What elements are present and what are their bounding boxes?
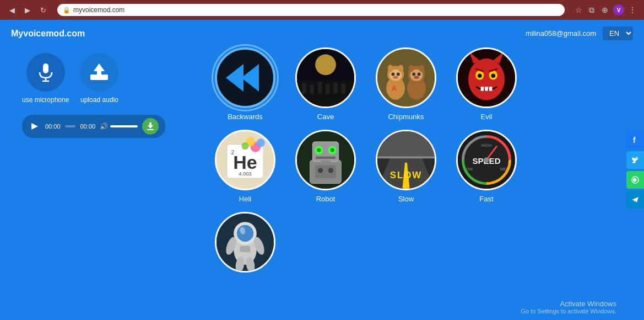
top-bar: Myvoicemod.com milina058@gmail.com EN ES… (0, 20, 644, 47)
svg-point-26 (398, 65, 403, 72)
voice-label-cave: Cave (317, 113, 334, 121)
svg-point-57 (241, 142, 248, 150)
voice-circle-astronaut (215, 212, 275, 273)
svg-point-32 (418, 73, 421, 76)
mic-upload-row: use microphone upload audio (22, 53, 176, 104)
svg-point-43 (491, 73, 496, 78)
voice-item-robot[interactable]: Robot (290, 130, 361, 203)
svg-point-31 (412, 73, 415, 76)
svg-marker-8 (241, 64, 259, 92)
facebook-button[interactable]: f (626, 131, 644, 149)
voice-item-slow[interactable]: SLOW Slow (370, 130, 442, 203)
twitter-icon (631, 156, 640, 164)
ext-icon[interactable]: V (613, 4, 624, 15)
voice-row-1: Backwards (209, 47, 611, 121)
svg-rect-3 (90, 74, 108, 80)
mic-icon (36, 62, 56, 82)
svg-rect-16 (333, 83, 338, 94)
url-bar[interactable]: 🔒 myvoicemod.com (57, 4, 565, 16)
svg-rect-14 (318, 82, 322, 94)
astronaut-icon (217, 212, 274, 273)
upload-audio-button[interactable]: upload audio (80, 53, 118, 104)
twitter-button[interactable] (626, 151, 644, 169)
svg-point-64 (331, 148, 335, 152)
voice-circle-chipmunks: A (376, 47, 436, 108)
browser-chrome: ◀ ▶ ↻ 🔒 myvoicemod.com ☆ ⧉ ⊕ V ⋮ (0, 0, 644, 20)
volume-slider[interactable] (110, 125, 138, 127)
use-microphone-button[interactable]: use microphone (22, 53, 69, 104)
mic-label: use microphone (22, 96, 69, 104)
voice-row-3 (209, 212, 611, 277)
voice-item-backwards[interactable]: Backwards (209, 47, 281, 121)
svg-rect-0 (43, 63, 48, 73)
voice-item-evil[interactable]: Evil (451, 47, 522, 121)
volume-icon: 🔊 (100, 122, 108, 130)
progress-bar[interactable] (65, 125, 76, 127)
volume-wrap: 🔊 (100, 122, 138, 130)
svg-point-42 (478, 73, 482, 78)
svg-point-67 (318, 168, 323, 173)
voice-grid: Backwards (209, 47, 611, 277)
play-triangle-icon (31, 123, 38, 130)
svg-rect-73 (377, 131, 435, 157)
svg-rect-93 (240, 246, 251, 252)
heli-icon: 2 He 4.003 (217, 130, 274, 190)
slow-icon: SLOW (377, 130, 435, 190)
voice-item-heli[interactable]: 2 He 4.003 Heli (209, 130, 281, 203)
voice-circle-cave (295, 47, 356, 108)
svg-marker-5 (148, 122, 153, 129)
svg-rect-17 (341, 83, 345, 94)
svg-point-83 (484, 157, 489, 162)
telegram-button[interactable] (626, 191, 644, 209)
time-start: 00:00 (45, 123, 61, 130)
svg-point-34 (409, 65, 414, 72)
download-button[interactable] (142, 118, 159, 135)
play-button[interactable] (29, 120, 41, 132)
voice-item-astronaut[interactable] (209, 212, 281, 277)
voice-item-cave[interactable]: Cave (290, 47, 361, 121)
voice-circle-robot (295, 130, 356, 190)
mic-circle (26, 53, 65, 92)
backwards-icon (220, 53, 270, 103)
voice-label-chipmunks: Chipmunks (388, 113, 424, 121)
upload-icon (88, 62, 110, 82)
voice-label-slow: Slow (398, 195, 414, 203)
menu-icon[interactable]: ⋮ (627, 5, 637, 15)
svg-text:f: f (633, 136, 636, 145)
voice-circle-backwards (215, 47, 275, 108)
evil-icon (458, 47, 515, 108)
voice-label-backwards: Backwards (228, 113, 263, 121)
voice-row-2: 2 He 4.003 Heli (209, 130, 611, 203)
svg-rect-12 (302, 83, 306, 93)
chipmunks-icon: A (377, 47, 435, 108)
svg-rect-65 (316, 156, 335, 159)
svg-rect-74 (377, 156, 435, 158)
forward-button[interactable]: ▶ (22, 4, 33, 15)
svg-point-37 (468, 58, 505, 100)
whatsapp-icon (631, 175, 640, 184)
fast-icon: HIGH LOW MED SPEED (458, 130, 515, 190)
whatsapp-button[interactable] (626, 171, 644, 189)
voice-circle-evil (456, 47, 517, 108)
svg-text:4.003: 4.003 (239, 170, 252, 177)
user-email: milina058@gmail.com (526, 29, 596, 38)
facebook-icon: f (631, 136, 640, 145)
url-text: myvoicemod.com (73, 6, 125, 14)
refresh-button[interactable]: ↻ (37, 4, 48, 15)
svg-point-87 (237, 225, 253, 242)
svg-marker-96 (632, 197, 638, 202)
voice-item-fast[interactable]: HIGH LOW MED SPEED (451, 130, 522, 203)
svg-point-63 (317, 148, 321, 152)
star-icon[interactable]: ☆ (573, 5, 583, 15)
svg-point-24 (393, 76, 398, 79)
cave-icon (297, 47, 354, 108)
profile-icon[interactable]: ⊕ (600, 5, 610, 15)
lang-selector[interactable]: EN ES FR (603, 26, 633, 40)
svg-text:HIGH: HIGH (481, 143, 492, 148)
extensions-icon[interactable]: ⧉ (587, 5, 597, 15)
app-logo: Myvoicemod.com (11, 29, 85, 39)
voice-item-chipmunks[interactable]: A Chipmunks (370, 47, 442, 121)
svg-point-35 (419, 65, 424, 72)
svg-text:A: A (392, 84, 397, 93)
back-button[interactable]: ◀ (7, 4, 18, 15)
